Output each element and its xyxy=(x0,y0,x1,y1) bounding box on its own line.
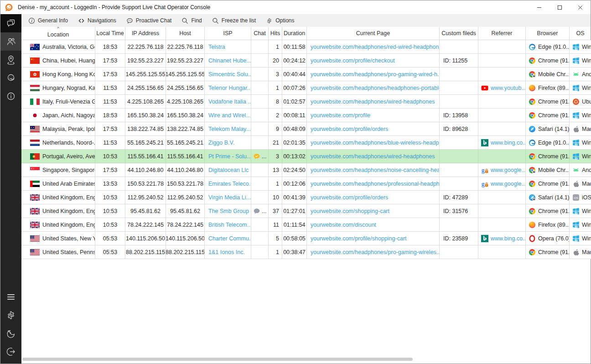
sidebar-item-logout[interactable] xyxy=(0,343,21,361)
current-page-link[interactable]: yourwebsite.com/profile/orders xyxy=(311,194,388,201)
toolbar-button-freeze-the-list[interactable]: Freeze the list xyxy=(207,14,261,27)
current-page-link[interactable]: yourwebsite.com/headphones/wired-headpho… xyxy=(311,99,435,105)
cell-hits: 1 xyxy=(269,177,282,191)
column-header-custom_fields[interactable]: Custom fileds xyxy=(440,27,478,40)
isp-link[interactable]: Virgin Media Li... xyxy=(208,194,251,201)
toolbar-button-options[interactable]: Options xyxy=(261,14,299,27)
cell-isp: Digitalocean Llc xyxy=(205,163,251,177)
table-row[interactable]: United Kingdom, Engl...10:5395.45.81.629… xyxy=(21,204,591,218)
duration-text: 02:01:35 xyxy=(283,140,306,146)
duration-text: 00:08:11 xyxy=(284,112,306,119)
column-header-chat[interactable]: Chat xyxy=(251,27,269,40)
minimize-button[interactable] xyxy=(529,0,550,14)
isp-link[interactable]: Charter Commu... xyxy=(208,235,251,242)
table-row[interactable]: Japan, Aichi, Nagoya, ...18:53165.150.38… xyxy=(21,109,591,122)
sidebar-item-menu[interactable] xyxy=(0,288,21,306)
referrer-link[interactable]: www.bing.co... xyxy=(491,140,526,146)
table-row[interactable]: China, Hubei, Huangg...17:53192.55.23.22… xyxy=(21,54,591,68)
table-row[interactable]: Netherlands, Noord-...11:5355.165.245.21… xyxy=(21,136,591,150)
browser-text: Mobile Chr... xyxy=(538,71,570,78)
sidebar-item-night-mode[interactable] xyxy=(0,324,21,343)
toolbar-button-navigations[interactable]: Navigations xyxy=(73,14,121,27)
chat-more-text[interactable]: ... xyxy=(262,208,266,214)
isp-link[interactable]: British Telecom... xyxy=(208,222,251,228)
isp-link[interactable]: Emirates Teleco... xyxy=(208,181,251,187)
sidebar-item-visitors[interactable] xyxy=(0,32,21,51)
table-row[interactable]: Hungary, Nograd, Kar...11:5324.255.156.6… xyxy=(21,81,591,95)
isp-link[interactable]: Telstra xyxy=(208,44,225,50)
sidebar-item-geolocation[interactable] xyxy=(0,51,21,69)
referrer-link[interactable]: www.google... xyxy=(491,181,526,187)
current-page-link[interactable]: yourwebsite.com/headphones/noise-cancell… xyxy=(311,167,440,173)
maximize-button[interactable] xyxy=(550,0,570,14)
column-header-duration[interactable]: Duration xyxy=(282,27,307,40)
referrer-link[interactable]: www.youtub... xyxy=(491,85,526,91)
current-page-link[interactable]: yourwebsite.com/headphones/red-wired-hea… xyxy=(311,44,440,50)
isp-link[interactable]: Chinanet Hube... xyxy=(208,57,251,64)
column-header-location[interactable]: ^Location xyxy=(21,27,95,40)
isp-link[interactable]: Telekom Malay... xyxy=(208,126,251,132)
current-page-link[interactable]: yourwebsite.com/profile/orders xyxy=(311,126,388,132)
table-row[interactable]: Malaysia, Perak, Ipoh, ...17:53138.222.7… xyxy=(21,122,591,136)
current-page-link[interactable]: yourwebsite.com/headphones/headphones-po… xyxy=(311,85,440,91)
cell-local-time: 05:53 xyxy=(95,245,125,259)
flag-singapore-icon xyxy=(30,167,40,173)
cell-duration: 00:58:05 xyxy=(282,232,307,245)
sidebar-item-operators[interactable] xyxy=(0,69,21,87)
isp-link[interactable]: 1&1 Ionos Inc. xyxy=(208,249,245,255)
table-row[interactable]: Portugal, Aveiro, Ave...10:53115.55.166.… xyxy=(21,150,591,163)
table-row[interactable]: United Kingdom, Engl...10:5378.24.222.14… xyxy=(21,218,591,232)
current-page-link[interactable]: yourwebsite.com/headphones/professional-… xyxy=(311,181,440,187)
isp-link[interactable]: Simcentric Solu... xyxy=(208,71,251,78)
column-header-referrer[interactable]: Referrer xyxy=(478,27,526,40)
current-page-link[interactable]: yourwebsite.com/headphones/wired-headpho… xyxy=(311,153,435,160)
column-header-label: Browser xyxy=(537,30,558,36)
chat-more-text[interactable]: ... xyxy=(262,153,266,160)
column-header-hits[interactable]: Hits xyxy=(269,27,282,40)
table-row[interactable]: Hong Kong, Hong Ko...17:53145.255.125.55… xyxy=(21,68,591,81)
isp-link[interactable]: Ziggo B.V. xyxy=(208,140,234,146)
table-row[interactable]: Singapore, Singapore...17:5344.110.246.8… xyxy=(21,163,591,177)
sidebar-item-settings[interactable] xyxy=(0,306,21,324)
table-row[interactable]: Italy, Friuli-Venezia Gi...11:534.225.10… xyxy=(21,95,591,109)
toolbar-button-proactive-chat[interactable]: Proactive Chat xyxy=(121,14,177,27)
isp-link[interactable]: Digitalocean Llc xyxy=(208,167,249,173)
cell-os: 10Win xyxy=(570,40,591,54)
table-row[interactable]: United Kingdom, Engl...10:53112.95.240.5… xyxy=(21,191,591,204)
table-row[interactable]: United Arab Emirates...13:53150.53.221.7… xyxy=(21,177,591,191)
toolbar-button-general-info[interactable]: General Info xyxy=(23,14,73,27)
horizontal-scrollbar[interactable] xyxy=(21,358,591,361)
column-header-os[interactable]: OS xyxy=(570,27,591,40)
column-header-ip[interactable]: IP Address xyxy=(125,27,166,40)
close-button[interactable] xyxy=(570,0,591,14)
cell-host: 138.222.74.85 xyxy=(166,122,205,136)
scrollbar-thumb[interactable] xyxy=(22,358,413,361)
current-page-link[interactable]: yourwebsite.com/headphones/pro-gaming-wi… xyxy=(311,249,440,255)
flag-usa-icon xyxy=(30,235,40,242)
current-page-link[interactable]: yourwebsite.com/profile/shopping-cart xyxy=(311,235,407,242)
column-header-local_time[interactable]: Local Time xyxy=(95,27,125,40)
current-page-link[interactable]: yourwebsite.com/discount xyxy=(311,222,376,228)
isp-link[interactable]: Telenor Hungar... xyxy=(208,85,251,91)
current-page-link[interactable]: yourwebsite.com/profile/checkout xyxy=(311,57,395,64)
column-header-isp[interactable]: ISP xyxy=(205,27,251,40)
current-page-link[interactable]: yourwebsite.com/profile xyxy=(311,112,370,119)
current-page-link[interactable]: yourwebsite.com/headphones/blue-wireless… xyxy=(311,140,440,146)
sidebar-item-chats[interactable] xyxy=(0,14,21,32)
column-header-current_page[interactable]: Current Page xyxy=(307,27,440,40)
current-page-link[interactable]: yourwebsite.com/headphones/pro-gaming-wi… xyxy=(311,71,440,78)
current-page-link[interactable]: yourwebsite.com/shopping-cart xyxy=(311,208,389,214)
toolbar-button-find[interactable]: Find xyxy=(176,14,207,27)
referrer-link[interactable]: www.google... xyxy=(491,167,526,173)
isp-link[interactable]: The Smb Group xyxy=(208,208,249,214)
column-header-host[interactable]: Host xyxy=(166,27,205,40)
table-row[interactable]: Australia, Victoria, Ge...18:5322.225.76… xyxy=(21,40,591,54)
isp-link[interactable]: Pt Prime - Solu... xyxy=(208,153,251,160)
isp-link[interactable]: Wire and Wirel... xyxy=(208,112,250,119)
table-row[interactable]: United States, Pennsy...05:5388.202.215.… xyxy=(21,245,591,259)
referrer-link[interactable]: www.bing.co... xyxy=(491,235,526,242)
table-row[interactable]: United States, New Yo...05:53140.115.206… xyxy=(21,232,591,245)
isp-link[interactable]: Vodafone Italia ... xyxy=(208,99,251,105)
column-header-browser[interactable]: Browser xyxy=(526,27,570,40)
sidebar-item-info[interactable] xyxy=(0,87,21,105)
